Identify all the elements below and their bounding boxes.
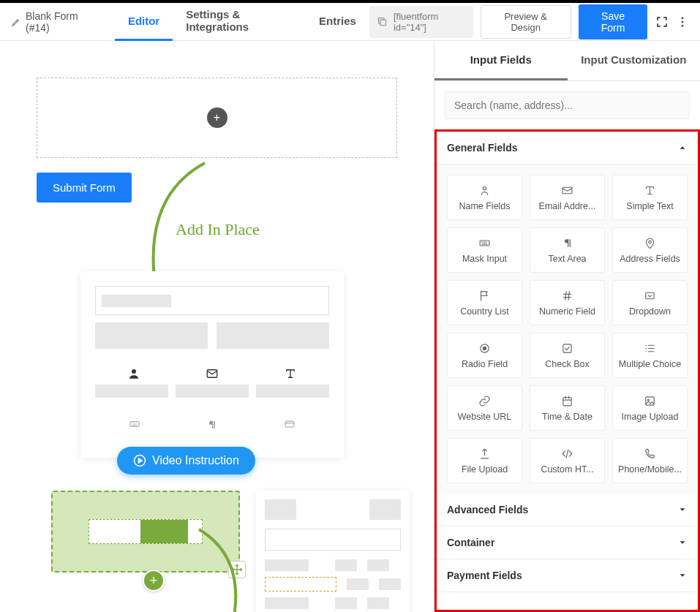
section-container[interactable]: Container — [437, 526, 698, 559]
field-card-mail[interactable]: Email Addre... — [530, 175, 605, 220]
target-form-preview — [256, 491, 410, 612]
field-card-check[interactable]: Check Box — [530, 333, 605, 378]
pin-icon — [644, 236, 656, 249]
form-name-text: Blank Form (#14) — [26, 10, 94, 34]
fields-panel: General Fields Name FieldsEmail Addre...… — [434, 129, 700, 612]
svg-rect-13 — [646, 292, 654, 299]
plus-icon: + — [214, 111, 220, 124]
field-card-label: Text Area — [548, 254, 586, 264]
form-canvas: + Submit Form Add In Place — [0, 41, 434, 612]
field-card-label: File Upload — [462, 464, 508, 475]
topbar-left: Blank Form (#14) Editor Settings & Integ… — [11, 3, 369, 41]
tab-input-customization[interactable]: Input Customization — [568, 41, 701, 80]
image-icon — [644, 394, 656, 407]
field-card-keyboard[interactable]: Mask Input — [447, 227, 522, 273]
field-card-label: Simple Text — [626, 201, 673, 211]
section-general-fields[interactable]: General Fields — [437, 132, 698, 165]
preview-field-icons-row2 — [95, 418, 329, 431]
section-label: Payment Fields — [447, 570, 522, 581]
tab-entries[interactable]: Entries — [306, 3, 369, 41]
tab-editor[interactable]: Editor — [115, 3, 173, 41]
svg-point-1 — [681, 17, 683, 19]
radio-icon — [478, 341, 491, 355]
pencil-icon — [11, 17, 21, 27]
svg-point-12 — [649, 241, 652, 243]
field-card-image[interactable]: Image Upload — [612, 385, 688, 431]
submit-form-button[interactable]: Submit Form — [37, 173, 132, 203]
field-card-user-circle[interactable]: Name Fields — [447, 175, 522, 220]
field-card-phone[interactable]: Phone/Mobile... — [612, 438, 688, 483]
field-card-pin[interactable]: Address Fields — [612, 227, 688, 273]
svg-rect-7 — [285, 421, 294, 427]
dashed-drop-slot[interactable] — [265, 577, 336, 592]
code-icon — [561, 447, 573, 460]
chevron-up-icon — [677, 143, 688, 153]
flag-icon — [478, 289, 491, 302]
add-field-button[interactable]: + — [207, 107, 227, 128]
sidebar-tabs: Input Fields Input Customization — [434, 41, 700, 81]
section-advanced-fields[interactable]: Advanced Fields — [437, 494, 698, 526]
svg-rect-17 — [563, 397, 571, 405]
field-card-label: Website URL — [458, 412, 511, 422]
more-icon[interactable] — [676, 15, 689, 29]
envelope-icon — [204, 367, 220, 380]
svg-point-15 — [483, 347, 486, 350]
section-payment-fields[interactable]: Payment Fields — [437, 559, 698, 592]
move-handle-icon[interactable] — [228, 561, 246, 578]
svg-point-3 — [681, 24, 683, 26]
play-icon — [133, 454, 146, 467]
svg-point-9 — [483, 186, 486, 189]
preview-design-button[interactable]: Preview & Design — [481, 5, 571, 39]
field-card-upload[interactable]: File Upload — [447, 438, 522, 483]
video-instruction-button[interactable]: Video Instruction — [117, 447, 255, 475]
field-card-calendar[interactable]: Time & Date — [530, 385, 605, 431]
field-card-flag[interactable]: Country List — [447, 280, 522, 325]
svg-rect-0 — [380, 20, 386, 26]
field-card-list[interactable]: Multiple Choice — [612, 333, 688, 378]
field-card-label: Custom HT... — [541, 464, 593, 475]
tab-input-fields[interactable]: Input Fields — [434, 41, 568, 80]
text-icon — [644, 184, 656, 197]
field-card-label: Image Upload — [622, 412, 679, 422]
upload-icon — [478, 447, 491, 460]
field-search-input[interactable] — [445, 91, 690, 119]
placeholder-bar — [102, 295, 171, 307]
empty-dropzone[interactable]: + — [37, 78, 397, 158]
user-circle-icon — [478, 184, 491, 197]
section-label: General Fields — [447, 142, 517, 154]
user-icon — [126, 367, 142, 380]
field-card-dropdown[interactable]: Dropdown — [612, 280, 688, 325]
shortcode-display[interactable]: [fluentform id="14"] — [369, 6, 473, 38]
phone-icon — [644, 447, 656, 460]
field-card-label: Time & Date — [542, 412, 592, 422]
preview-text-input[interactable] — [265, 529, 401, 551]
svg-point-2 — [681, 20, 683, 23]
field-card-paragraph[interactable]: Text Area — [530, 227, 605, 273]
field-card-link[interactable]: Website URL — [447, 385, 522, 431]
keyboard-icon — [127, 418, 142, 431]
save-form-button[interactable]: Save Form — [579, 4, 648, 39]
chevron-down-icon — [677, 570, 688, 581]
link-icon — [478, 394, 491, 407]
field-card-label: Phone/Mobile... — [618, 464, 682, 475]
fullscreen-icon[interactable] — [655, 15, 668, 29]
field-card-radio[interactable]: Radio Field — [447, 333, 522, 378]
add-badge-icon[interactable]: + — [143, 570, 165, 592]
field-card-label: Dropdown — [629, 306, 671, 317]
form-name[interactable]: Blank Form (#14) — [11, 10, 94, 34]
field-card-label: Radio Field — [462, 359, 508, 369]
drop-target[interactable] — [51, 491, 240, 573]
card-icon — [282, 418, 297, 431]
section-label: Container — [447, 537, 494, 548]
list-icon — [644, 341, 656, 355]
field-card-label: Name Fields — [459, 201, 510, 211]
svg-rect-18 — [646, 396, 654, 404]
chevron-down-icon — [677, 537, 688, 548]
tab-settings[interactable]: Settings & Integrations — [173, 3, 306, 41]
field-card-code[interactable]: Custom HT... — [530, 438, 605, 483]
field-card-label: Numeric Field — [539, 306, 595, 317]
calendar-icon — [561, 394, 573, 407]
field-card-hash[interactable]: Numeric Field — [530, 280, 605, 325]
field-card-text[interactable]: Simple Text — [612, 175, 688, 220]
dragging-card[interactable] — [89, 519, 203, 544]
